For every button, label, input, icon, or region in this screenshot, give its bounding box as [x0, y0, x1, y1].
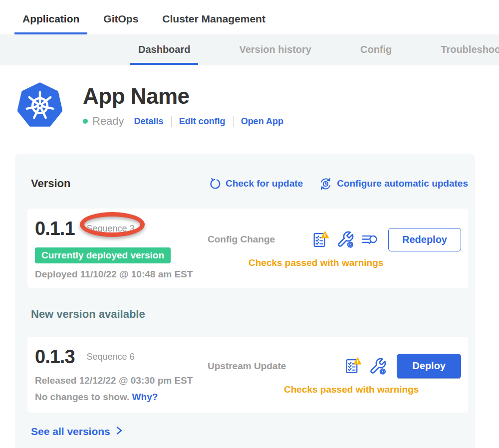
edit-config-icon-button[interactable] — [336, 230, 354, 248]
available-checks-status: Checks passed with warnings — [284, 384, 461, 395]
edit-config-link[interactable]: Edit config — [179, 116, 226, 127]
current-version-source: Config Change — [208, 234, 275, 245]
main-nav-tab-cluster-management[interactable]: Cluster Management — [154, 0, 273, 34]
available-version-source: Upstream Update — [208, 361, 286, 372]
deployed-timestamp: Deployed 11/10/22 @ 10:48 am EST — [35, 269, 200, 280]
edit-config-icon-button[interactable] — [369, 357, 387, 375]
sub-nav-tab-dashboard[interactable]: Dashboard — [130, 34, 198, 65]
available-sequence-label: Sequence 6 — [87, 352, 135, 362]
available-version-number: 0.1.3 — [35, 346, 75, 368]
redeploy-button[interactable]: Redeploy — [388, 228, 461, 251]
view-diff-button[interactable] — [361, 232, 378, 247]
no-changes-label: No changes to show. — [35, 392, 129, 402]
main-nav-tab-gitops[interactable]: GitOps — [95, 0, 146, 34]
why-link[interactable]: Why? — [132, 392, 158, 402]
app-status-row: Ready Details Edit config Open App — [83, 115, 283, 128]
warning-triangle-icon — [354, 358, 361, 364]
app-title: App Name — [83, 84, 283, 109]
sub-nav-tab-troubleshoot[interactable]: Troubleshoot — [433, 34, 499, 65]
released-timestamp: Released 12/12/22 @ 03:30 pm EST — [35, 375, 200, 386]
check-for-update-link[interactable]: Check for update — [209, 178, 303, 190]
open-app-link[interactable]: Open App — [241, 116, 283, 127]
current-version-number: 0.1.1 — [35, 218, 75, 239]
details-link[interactable]: Details — [134, 116, 164, 127]
app-header: App Name Ready Details Edit config Open … — [17, 80, 499, 131]
app-sub-nav: Dashboard Version history Config Trouble… — [0, 34, 499, 65]
version-panel: Version Check for update — [15, 154, 475, 448]
deploy-button[interactable]: Deploy — [397, 354, 461, 378]
wrench-gear-icon — [369, 357, 387, 375]
divider — [233, 116, 234, 127]
currently-deployed-badge: Currently deployed version — [35, 247, 171, 263]
green-dot-icon — [83, 119, 88, 124]
see-all-versions-link[interactable]: See all versions — [31, 426, 124, 438]
no-changes-text: No changes to show. Why? — [35, 392, 200, 403]
divider — [171, 116, 172, 127]
version-panel-title: Version — [31, 177, 70, 190]
sub-nav-tab-config[interactable]: Config — [352, 34, 400, 65]
preflight-checklist-icon — [311, 231, 329, 248]
warning-triangle-icon — [322, 231, 328, 237]
main-nav-tab-application[interactable]: Application — [14, 0, 87, 34]
preflight-checks-button[interactable] — [343, 357, 362, 375]
sub-nav-tab-version-history[interactable]: Version history — [231, 34, 319, 65]
current-version-card: 0.1.1 Sequence 3 Currently deployed vers… — [27, 209, 468, 288]
new-version-heading: New version available — [31, 308, 468, 321]
kubernetes-logo-icon — [17, 80, 62, 131]
chevron-right-icon — [115, 426, 124, 438]
main-nav: Application GitOps Cluster Management — [0, 0, 499, 34]
preflight-checks-button[interactable] — [311, 231, 329, 248]
see-all-versions-label: See all versions — [31, 426, 110, 438]
check-for-update-label: Check for update — [226, 178, 303, 189]
preflight-checklist-icon — [343, 357, 362, 375]
wrench-gear-icon — [336, 230, 354, 248]
current-checks-status: Checks passed with warnings — [249, 257, 461, 268]
app-status-label: Ready — [92, 115, 124, 128]
diff-search-icon — [361, 232, 378, 247]
scheduled-update-icon — [319, 177, 332, 191]
available-version-card: 0.1.3 Sequence 6 Released 12/12/22 @ 03:… — [27, 337, 468, 413]
current-sequence-label: Sequence 3 — [87, 224, 135, 234]
refresh-icon — [209, 178, 221, 190]
configure-automatic-updates-link[interactable]: Configure automatic updates — [319, 177, 468, 191]
configure-automatic-updates-label: Configure automatic updates — [337, 178, 468, 189]
